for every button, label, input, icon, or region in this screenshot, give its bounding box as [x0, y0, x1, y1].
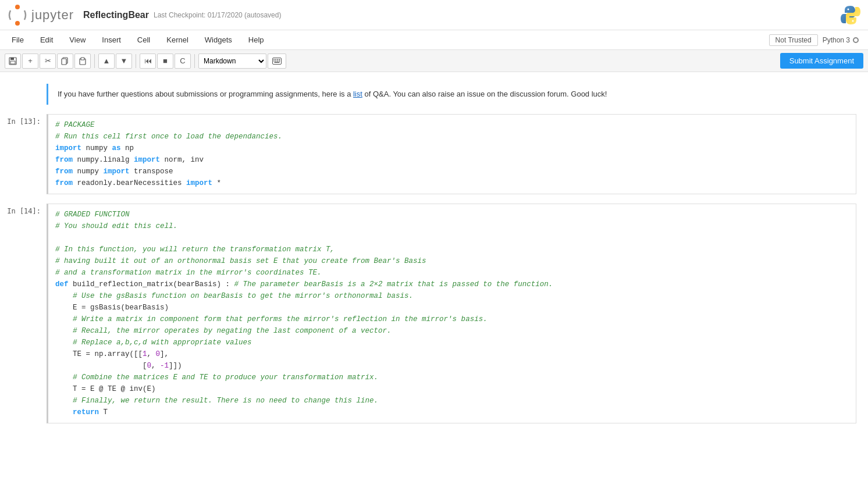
- kw-def: def: [55, 280, 69, 288]
- comment-use: # Use the gsBasis function on bearBasis …: [73, 292, 413, 300]
- menu-file[interactable]: File: [9, 34, 26, 45]
- comment-run: # Run this cell first once to load the d…: [55, 133, 282, 141]
- menu-items: File Edit View Insert Cell Kernel Widget…: [9, 34, 769, 45]
- separator-2: [136, 54, 136, 68]
- menu-kernel[interactable]: Kernel: [164, 34, 191, 45]
- markdown-text: If you have further questions about subm…: [48, 84, 868, 105]
- kw-from2: from: [55, 168, 73, 176]
- kernel-name-label: Python 3: [823, 36, 850, 44]
- separator-3: [194, 54, 195, 68]
- menu-widgets[interactable]: Widgets: [202, 34, 234, 45]
- jupyter-logo: jupyter: [7, 5, 74, 26]
- svg-rect-18: [277, 60, 278, 62]
- cell-markdown: If you have further questions about subm…: [0, 84, 868, 105]
- cell-type-dropdown[interactable]: Markdown Code Raw NBConvert Heading: [198, 54, 266, 69]
- move-up-button[interactable]: ▲: [98, 54, 115, 69]
- svg-rect-10: [81, 58, 84, 60]
- cell-label-13: In [13]:: [0, 114, 47, 194]
- save-button[interactable]: [5, 54, 21, 69]
- code-block-13[interactable]: # PACKAGE # Run this cell first once to …: [47, 114, 856, 194]
- comment-in2: # having built it out of an orthonormal …: [55, 257, 426, 265]
- checkpoint-text: Last Checkpoint: 01/17/2020 (autosaved): [154, 11, 281, 19]
- cell-content-14[interactable]: # GRADED FUNCTION # You should edit this…: [47, 204, 868, 423]
- comment-edit: # You should edit this cell.: [55, 222, 177, 230]
- run-first-button[interactable]: ⏮: [140, 54, 156, 69]
- kernel-status: Python 3: [823, 36, 859, 44]
- stop-button[interactable]: ■: [157, 54, 173, 69]
- move-down-button[interactable]: ▼: [116, 54, 132, 69]
- run-button[interactable]: C: [175, 54, 191, 69]
- copy-button[interactable]: [57, 54, 73, 69]
- svg-rect-15: [279, 59, 280, 60]
- menu-cell[interactable]: Cell: [135, 34, 152, 45]
- svg-point-1: [15, 21, 20, 26]
- kw-import: import: [55, 144, 81, 152]
- menu-bar-right: Not Trusted Python 3: [769, 34, 859, 46]
- svg-rect-19: [279, 60, 280, 62]
- svg-point-3: [852, 20, 853, 22]
- kw-from3: from: [55, 179, 73, 187]
- svg-rect-12: [273, 59, 275, 60]
- cell-14: In [14]: # GRADED FUNCTION # You should …: [0, 204, 868, 423]
- python-logo-icon: [840, 5, 861, 26]
- toolbar: + ✂ ▲ ▼ ⏮ ■ C Markdown Code Raw NBConver…: [0, 50, 868, 72]
- cut-button[interactable]: ✂: [40, 54, 56, 69]
- separator-1: [94, 54, 95, 68]
- list-link[interactable]: list: [353, 90, 362, 98]
- svg-rect-8: [62, 59, 66, 65]
- comment-package: # PACKAGE: [55, 121, 95, 129]
- in-label-13: In [13]:: [7, 117, 41, 126]
- menu-insert[interactable]: Insert: [99, 34, 123, 45]
- kernel-indicator: [853, 37, 859, 43]
- notebook-body: If you have further questions about subm…: [0, 72, 868, 488]
- copy-icon: [61, 57, 69, 65]
- menu-bar: File Edit View Insert Cell Kernel Widget…: [0, 30, 868, 50]
- comment-graded: # GRADED FUNCTION: [55, 211, 130, 219]
- cell-content-13[interactable]: # PACKAGE # Run this cell first once to …: [47, 114, 868, 194]
- cell-label-markdown: [0, 84, 47, 105]
- svg-rect-20: [275, 62, 280, 63]
- comment-write: # Write a matrix in component form that …: [73, 315, 488, 323]
- svg-rect-5: [10, 58, 14, 60]
- comment-in1: # In this function, you will return the …: [55, 245, 335, 254]
- paste-button[interactable]: [74, 54, 91, 69]
- cell-content-markdown[interactable]: If you have further questions about subm…: [47, 84, 868, 105]
- svg-rect-14: [277, 59, 278, 60]
- kw-from1: from: [55, 156, 73, 164]
- num-0b: 0: [147, 362, 152, 370]
- menu-edit[interactable]: Edit: [38, 34, 55, 45]
- keyboard-shortcuts-button[interactable]: [268, 54, 286, 69]
- menu-help[interactable]: Help: [246, 34, 266, 45]
- kw-return: return: [73, 408, 99, 416]
- num-neg1: -1: [160, 362, 169, 370]
- in-label-14: In [14]:: [7, 207, 41, 215]
- svg-rect-13: [275, 59, 276, 60]
- svg-rect-16: [273, 60, 275, 62]
- svg-point-0: [15, 5, 20, 9]
- code-block-14[interactable]: # GRADED FUNCTION # You should edit this…: [47, 204, 856, 423]
- add-cell-button[interactable]: +: [22, 54, 38, 69]
- num-1: 1: [143, 350, 147, 358]
- num-0: 0: [156, 350, 161, 358]
- top-bar: jupyter ReflectingBear Last Checkpoint: …: [0, 0, 868, 30]
- svg-rect-6: [10, 61, 15, 64]
- not-trusted-button[interactable]: Not Trusted: [769, 34, 818, 46]
- cell-label-14: In [14]:: [0, 204, 47, 423]
- notebook-title[interactable]: ReflectingBear: [83, 10, 149, 20]
- save-icon: [9, 57, 17, 65]
- keyboard-icon: [272, 58, 282, 65]
- comment-recall: # Recall, the mirror operates by negatin…: [73, 327, 392, 335]
- comment-combine: # Combine the matrices E and TE to produ…: [73, 373, 378, 382]
- jupyter-wordmark: jupyter: [31, 8, 74, 23]
- menu-view[interactable]: View: [67, 34, 88, 45]
- svg-rect-17: [275, 60, 276, 62]
- paste-icon: [79, 57, 87, 65]
- cell-13: In [13]: # PACKAGE # Run this cell first…: [0, 114, 868, 194]
- comment-finally: # Finally, we return the result. There i…: [73, 397, 378, 405]
- comment-in3: # and a transformation matrix in the mir…: [55, 269, 322, 277]
- submit-assignment-button[interactable]: Submit Assignment: [780, 53, 863, 69]
- svg-point-2: [847, 8, 849, 10]
- comment-replace: # Replace a,b,c,d with appropriate value…: [73, 339, 252, 347]
- jupyter-logo-icon: [7, 5, 28, 26]
